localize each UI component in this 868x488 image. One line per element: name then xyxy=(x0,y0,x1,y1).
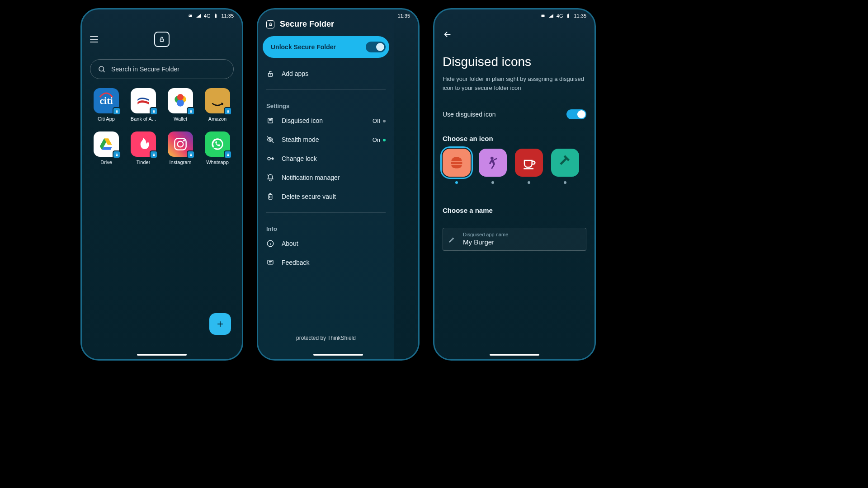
svg-rect-0 xyxy=(189,15,192,17)
setting-icon xyxy=(266,117,274,125)
choose-name-heading: Choose a name xyxy=(434,201,594,221)
clock: 11:35 xyxy=(221,13,234,19)
field-value: My Burger xyxy=(463,238,580,246)
setting-icon xyxy=(266,192,274,201)
drawer-header: Secure Folder xyxy=(258,15,394,36)
app-label: Citi App xyxy=(98,116,115,122)
lock-logo-icon xyxy=(154,32,170,47)
info-icon xyxy=(266,239,274,248)
search-input[interactable]: Search in Secure Folder xyxy=(90,59,234,79)
app-label: Whatsapp xyxy=(206,160,229,165)
svg-rect-6 xyxy=(116,111,118,113)
icon-options xyxy=(434,149,594,188)
icon-option-hammer[interactable] xyxy=(551,149,579,184)
unlock-toggle[interactable]: Unlock Secure Folder xyxy=(263,36,389,58)
about-button[interactable]: About xyxy=(258,234,394,253)
svg-point-11 xyxy=(177,94,184,100)
svg-rect-7 xyxy=(153,111,155,113)
add-apps-button[interactable]: Add apps xyxy=(258,64,394,83)
lock-icon xyxy=(266,20,274,28)
svg-rect-2 xyxy=(215,14,217,18)
settings-row-4[interactable]: Delete secure vault xyxy=(258,187,394,206)
settings-row-0[interactable]: Disguised iconOff xyxy=(258,111,394,130)
card-icon xyxy=(540,13,546,19)
home-indicator[interactable] xyxy=(313,354,363,356)
app-instagram[interactable]: Instagram xyxy=(164,131,197,165)
lock-badge-icon xyxy=(224,107,232,115)
app-citi[interactable]: citiCiti App xyxy=(90,88,123,122)
pager-dot xyxy=(455,181,458,184)
pager-dot xyxy=(491,181,494,184)
icon-option-dance[interactable] xyxy=(479,149,507,184)
back-arrow-icon xyxy=(443,29,453,39)
svg-rect-25 xyxy=(269,24,272,25)
feedback-button[interactable]: Feedback xyxy=(258,253,394,272)
lock-badge-icon xyxy=(150,107,158,115)
phone-drawer: 4G 11:35 Secure Folder Unlock Secure Fol… xyxy=(257,8,420,361)
icon-option-coffee[interactable] xyxy=(515,149,543,184)
page-title: Disguised icons xyxy=(434,43,594,75)
svg-point-18 xyxy=(183,140,185,141)
settings-section: Settings xyxy=(258,96,394,111)
svg-point-29 xyxy=(268,157,270,160)
add-button[interactable]: + xyxy=(209,313,231,335)
back-button[interactable] xyxy=(434,22,594,43)
search-icon xyxy=(98,65,106,73)
phone-disguised: 4G 11:35 Disguised icons Hide your folde… xyxy=(433,8,596,361)
settings-row-3[interactable]: Notification manager xyxy=(258,168,394,187)
choose-icon-heading: Choose an icon xyxy=(434,129,594,149)
setting-icon xyxy=(266,155,274,163)
home-indicator[interactable] xyxy=(490,354,539,356)
app-whatsapp[interactable]: Whatsapp xyxy=(201,131,234,165)
app-wallet[interactable]: Wallet xyxy=(164,88,197,122)
app-tinder[interactable]: Tinder xyxy=(127,131,160,165)
svg-rect-33 xyxy=(541,15,544,17)
svg-rect-30 xyxy=(269,195,272,200)
lock-badge-icon xyxy=(113,150,121,159)
info-section: Info xyxy=(258,219,394,234)
signal-icon xyxy=(548,13,554,19)
svg-point-17 xyxy=(178,141,184,147)
svg-rect-35 xyxy=(568,14,569,14)
svg-rect-34 xyxy=(567,14,569,18)
svg-rect-21 xyxy=(227,155,229,156)
settings-row-2[interactable]: Change lock xyxy=(258,149,394,168)
svg-rect-36 xyxy=(451,162,462,164)
use-disguised-toggle-row: Use disguised icon xyxy=(434,105,594,129)
icon-option-burger[interactable] xyxy=(443,149,471,184)
svg-rect-1 xyxy=(189,15,190,16)
status-bar: 4G 11:35 xyxy=(434,9,594,22)
app-label: Amazon xyxy=(208,116,226,122)
add-lock-icon xyxy=(266,70,274,78)
svg-rect-32 xyxy=(268,260,273,264)
svg-rect-4 xyxy=(160,39,164,41)
toggle-switch[interactable] xyxy=(366,42,386,52)
disguised-name-input[interactable]: Disguised app name My Burger xyxy=(443,228,586,251)
app-drive[interactable]: Drive xyxy=(90,131,123,165)
lock-badge-icon xyxy=(150,150,158,159)
phone-home: 4G 11:35 Search in Secure Folder citiCit… xyxy=(80,8,243,361)
settings-row-1[interactable]: Stealth modeOn xyxy=(258,130,394,149)
pager-dot xyxy=(564,181,566,184)
app-label: Tinder xyxy=(137,160,151,165)
battery-icon xyxy=(213,13,218,19)
app-bofa[interactable]: Bank of A... xyxy=(127,88,160,122)
nav-drawer: Secure Folder Unlock Secure Folder Add a… xyxy=(258,9,394,359)
app-amazon[interactable]: Amazon xyxy=(201,88,234,122)
home-header xyxy=(82,26,242,53)
lock-badge-icon xyxy=(187,150,195,159)
battery-icon xyxy=(566,13,571,19)
svg-rect-15 xyxy=(153,155,155,156)
card-icon xyxy=(188,13,193,19)
menu-button[interactable] xyxy=(90,36,98,42)
feedback-icon xyxy=(266,258,274,267)
network-label: 4G xyxy=(204,13,211,19)
use-disguised-toggle[interactable] xyxy=(566,109,586,119)
home-indicator[interactable] xyxy=(137,354,187,356)
lock-badge-icon xyxy=(187,107,195,115)
search-placeholder: Search in Secure Folder xyxy=(111,66,179,73)
setting-icon xyxy=(266,174,274,182)
app-label: Drive xyxy=(100,160,112,165)
svg-rect-3 xyxy=(215,14,216,14)
app-label: Bank of A... xyxy=(131,116,156,122)
